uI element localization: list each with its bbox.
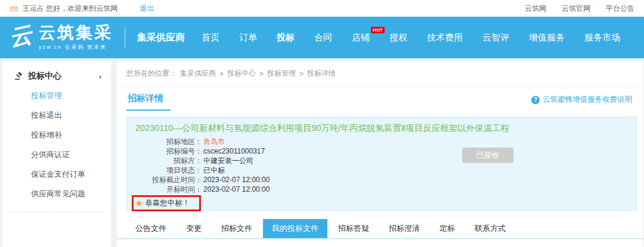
field-label: 项目状态： (135, 165, 202, 175)
field-row-tenderer: 招标方： 中建安装一公司 (135, 156, 627, 165)
sidebar-item-supplier-certification[interactable]: 分供商认证 (2, 149, 111, 160)
nav-item-value-added[interactable]: 增值服务 (529, 32, 565, 43)
doc-tab-award[interactable]: 定标 (431, 219, 464, 238)
main-header: 云 云筑集采 yzw.cn 云采购 筑未来 集采供应商 首页 订单 投标 合同 … (0, 17, 644, 58)
field-row-opening-time: 开标时间： 2023-02-07 12:00:00 (135, 185, 627, 194)
field-label: 招标方： (135, 156, 202, 165)
header-divider (125, 27, 125, 48)
field-value-deadline: 2023-02-07 12:00:00 (203, 175, 270, 185)
topbar-link-yzw[interactable]: 云筑网 (525, 4, 546, 14)
user-greeting: 王运占 您好，欢迎来到云筑网 (23, 4, 117, 14)
question-icon: ? (531, 96, 540, 104)
logo[interactable]: 云 云筑集采 yzw.cn 云采购 筑未来 (10, 24, 113, 51)
field-value-opening-time: 2023-02-07 12:00:00 (203, 185, 270, 194)
field-row-deadline: 投标截止时间： 2023-02-07 12:00:00 (135, 175, 627, 185)
portal-label[interactable]: 集采供应商 (137, 32, 185, 44)
topbar-link-announcements[interactable]: 平台公告 (606, 4, 634, 14)
logo-subtitle: yzw.cn 云采购 筑未来 (39, 43, 113, 51)
chevron-right-icon: › (99, 72, 101, 81)
doc-tab-contact[interactable]: 联系方式 (466, 219, 515, 238)
doc-tab-announcement[interactable]: 公告文件 (126, 219, 175, 238)
sidebar: 投标中心 › 投标管理 投标退出 投标增补 分供商认证 保证金支付订单 供应商常… (2, 61, 111, 247)
field-label: 投标截止时间： (135, 175, 202, 185)
field-value-region: 青岛市 (203, 137, 225, 146)
main-nav: 首页 订单 投标 合同 店铺HOT 授权 技术费用 云智评 增值服务 服务市场 (202, 32, 620, 43)
doc-tab-qa[interactable]: 招标答疑 (329, 219, 378, 238)
breadcrumb-item-bid-details: 投标详情 (307, 68, 336, 79)
sidebar-section-title: 投标中心 (28, 71, 61, 82)
main-content: 您所在的位置： 集采供应商 > 投标中心 > 投标管理 > 投标详情 招标详情 … (117, 61, 643, 247)
hot-badge: HOT (371, 27, 385, 34)
nav-item-authorization[interactable]: 授权 (389, 32, 407, 43)
field-label: 招标编号： (135, 146, 202, 156)
received-button[interactable]: 已接收 (462, 148, 513, 163)
star-icon: ★ (135, 199, 143, 208)
breadcrumb-separator: > (219, 70, 224, 78)
field-row-bid-number: 招标编号： cscec23011000317 (135, 146, 627, 156)
breadcrumb-separator: > (299, 70, 304, 78)
field-row-project-status: 项目状态： 已中标 (135, 165, 627, 175)
field-row-region: 招标地区： 青岛市 (135, 137, 627, 146)
field-label: 开标时间： (135, 185, 202, 194)
nav-item-shop-label: 店铺 (352, 32, 370, 42)
breadcrumb-item-bid-center[interactable]: 投标中心 (227, 68, 256, 79)
doc-tab-clarification[interactable]: 招标澄清 (380, 219, 429, 238)
sidebar-item-bid-supplement[interactable]: 投标增补 (2, 130, 111, 140)
logout-link[interactable]: 退出 (140, 4, 154, 14)
nav-item-tech-fee[interactable]: 技术费用 (427, 32, 463, 43)
doc-tabs: 公告文件 变更 招标文件 我的投标文件 招标答疑 招标澄清 定标 联系方式 (117, 219, 643, 239)
nav-item-yunzhiping[interactable]: 云智评 (482, 32, 509, 43)
logo-title: 云筑集采 (39, 24, 113, 41)
sidebar-item-deposit-orders[interactable]: 保证金支付订单 (2, 169, 111, 180)
bid-info-card: 20230110—公司新材料与氢能源综合利用项目90万吨/年丙烷脱氢装置Ⅱ项目反… (126, 117, 637, 211)
nav-item-bidding[interactable]: 投标 (277, 32, 295, 43)
nav-item-orders[interactable]: 订单 (239, 32, 257, 43)
tab-bid-details[interactable]: 招标详情 (126, 93, 171, 111)
crown-icon (10, 5, 18, 12)
field-value-bid-number: cscec23011000317 (203, 146, 265, 156)
topbar-link-official[interactable]: 云筑官网 (562, 4, 590, 14)
topbar: 王运占 您好，欢迎来到云筑网 退出 云筑网 云筑官网 平台公告 (0, 0, 644, 17)
congrats-highlight: ★ 恭喜您中标！ (132, 195, 201, 211)
doc-tab-changes[interactable]: 变更 (177, 219, 210, 238)
doc-tab-my-bid-docs[interactable]: 我的投标文件 (263, 219, 327, 238)
sidebar-divider (8, 211, 105, 212)
field-label: 招标地区： (135, 137, 202, 146)
breadcrumb-separator: > (259, 70, 264, 78)
sidebar-item-supplier-faq[interactable]: 供应商常见问题 (2, 189, 111, 199)
nav-item-contract[interactable]: 合同 (314, 32, 332, 43)
breadcrumb-item-bid-management[interactable]: 投标管理 (267, 68, 296, 79)
sidebar-item-bid-management[interactable]: 投标管理 (2, 90, 111, 101)
logo-icon: 云 (7, 23, 36, 52)
field-value-project-status: 已中标 (203, 165, 225, 175)
help-link[interactable]: ? 云筑蜜蜂增值服务收费说明 (531, 95, 632, 111)
nav-item-home[interactable]: 首页 (202, 32, 219, 43)
nav-item-shop[interactable]: 店铺HOT (352, 32, 370, 43)
help-link-label: 云筑蜜蜂增值服务收费说明 (543, 95, 632, 105)
bid-title[interactable]: 20230110—公司新材料与氢能源综合利用项目90万吨/年丙烷脱氢装置Ⅱ项目反… (135, 122, 612, 135)
doc-tab-tender-docs[interactable]: 招标文件 (212, 219, 261, 238)
breadcrumb-item-supplier[interactable]: 集采供应商 (180, 68, 216, 79)
breadcrumb: 您所在的位置： 集采供应商 > 投标中心 > 投标管理 > 投标详情 (122, 61, 638, 86)
field-value-tenderer: 中建安装一公司 (203, 156, 253, 165)
gavel-icon (14, 72, 23, 80)
breadcrumb-prefix: 您所在的位置： (126, 68, 177, 79)
nav-item-service-market[interactable]: 服务市场 (584, 32, 620, 43)
sidebar-item-bid-exit[interactable]: 投标退出 (2, 110, 111, 121)
congrats-text: 恭喜您中标！ (145, 198, 190, 208)
sidebar-section-bid-center[interactable]: 投标中心 › (2, 71, 111, 82)
